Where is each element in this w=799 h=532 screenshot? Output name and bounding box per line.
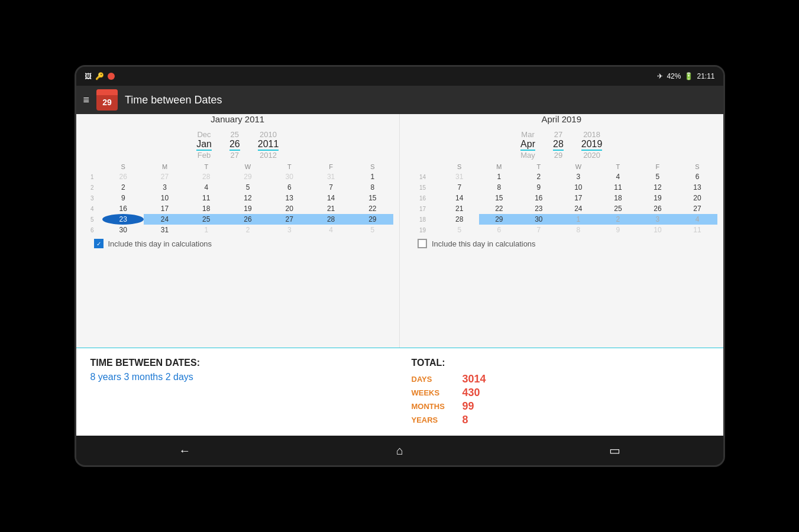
calendar-day[interactable]: 4	[186, 182, 227, 193]
calendar-day[interactable]: 5	[439, 225, 479, 235]
calendar-day[interactable]: 14	[439, 193, 479, 203]
calendar-day[interactable]: 21	[310, 203, 351, 214]
calendar-day[interactable]: 11	[186, 193, 227, 203]
calendar-day[interactable]: 27	[144, 171, 185, 182]
calendar-day[interactable]: 17	[144, 203, 185, 214]
calendar-day[interactable]: 1	[186, 225, 227, 235]
calendar-day[interactable]: 18	[598, 193, 638, 203]
calendar-day[interactable]: 19	[638, 193, 677, 203]
calendar-day[interactable]: 7	[439, 182, 479, 193]
calendar-day[interactable]: 24	[144, 214, 185, 225]
calendar-day[interactable]: 21	[439, 203, 479, 214]
calendar-day[interactable]: 3	[558, 171, 598, 182]
calendar-day[interactable]: 1	[352, 171, 393, 182]
calendar-day[interactable]: 28	[310, 214, 351, 225]
calendar-day[interactable]: 27	[269, 214, 310, 225]
left-checkbox-row[interactable]: ✓ Include this day in calculations	[82, 235, 394, 253]
calendar-day[interactable]: 8	[479, 182, 519, 193]
calendar-day[interactable]: 2	[519, 171, 558, 182]
calendar-day[interactable]: 31	[439, 171, 479, 182]
calendar-day[interactable]: 5	[638, 171, 677, 182]
calendar-day[interactable]: 14	[310, 193, 351, 203]
calendar-day[interactable]: 29	[352, 214, 393, 225]
calendar-day[interactable]: 17	[558, 193, 598, 203]
calendar-day[interactable]: 28	[439, 214, 479, 225]
right-year-spinner[interactable]: 2018 2019 2020	[581, 130, 603, 160]
calendar-day[interactable]: 25	[186, 214, 227, 225]
calendar-day[interactable]: 30	[102, 225, 144, 235]
right-date-selectors[interactable]: Mar Apr May 27 28 29 2018 2019 2020	[406, 128, 717, 162]
calendar-day[interactable]: 23	[519, 203, 558, 214]
calendar-day[interactable]: 7	[310, 182, 351, 193]
calendar-day[interactable]: 2	[227, 225, 269, 235]
calendar-day[interactable]: 11	[598, 182, 638, 193]
calendar-day[interactable]: 16	[519, 193, 558, 203]
calendar-day[interactable]: 6	[479, 225, 519, 235]
calendar-day[interactable]: 30	[519, 214, 558, 225]
right-checkbox-row[interactable]: Include this day in calculations	[406, 235, 717, 253]
calendar-day[interactable]: 31	[310, 171, 351, 182]
calendar-day[interactable]: 1	[558, 214, 598, 225]
calendar-day[interactable]: 27	[677, 203, 717, 214]
calendar-day[interactable]: 29	[227, 171, 269, 182]
right-day-spinner[interactable]: 27 28 29	[553, 130, 564, 160]
calendar-day[interactable]: 26	[227, 214, 269, 225]
calendar-day[interactable]: 15	[479, 193, 519, 203]
calendar-day[interactable]: 6	[677, 171, 717, 182]
calendar-day[interactable]: 4	[310, 225, 351, 235]
calendar-day[interactable]: 13	[677, 182, 717, 193]
recents-button[interactable]: ▭	[609, 443, 620, 458]
calendar-day[interactable]: 20	[269, 203, 310, 214]
calendar-day[interactable]: 28	[186, 171, 227, 182]
left-month-spinner[interactable]: Dec Jan Feb	[196, 130, 212, 160]
calendar-day[interactable]: 10	[638, 225, 677, 235]
calendar-day[interactable]: 4	[677, 214, 717, 225]
calendar-day[interactable]: 6	[269, 182, 310, 193]
calendar-day[interactable]: 5	[227, 182, 269, 193]
calendar-day[interactable]: 10	[144, 193, 185, 203]
calendar-day[interactable]: 4	[598, 171, 638, 182]
calendar-day[interactable]: 12	[227, 193, 269, 203]
calendar-day[interactable]: 8	[352, 182, 393, 193]
menu-icon[interactable]: ≡	[83, 94, 90, 106]
calendar-day[interactable]: 26	[638, 203, 677, 214]
calendar-day[interactable]: 3	[638, 214, 677, 225]
calendar-day[interactable]: 22	[352, 203, 393, 214]
calendar-day[interactable]: 12	[638, 182, 677, 193]
calendar-day[interactable]: 25	[598, 203, 638, 214]
calendar-day[interactable]: 19	[227, 203, 269, 214]
calendar-day[interactable]: 18	[186, 203, 227, 214]
calendar-day[interactable]: 1	[479, 171, 519, 182]
home-button[interactable]: ⌂	[396, 444, 403, 458]
calendar-day[interactable]: 31	[144, 225, 185, 235]
right-month-spinner[interactable]: Mar Apr May	[520, 130, 535, 160]
calendar-day[interactable]: 3	[144, 182, 185, 193]
right-include-checkbox[interactable]	[418, 239, 427, 248]
calendar-day[interactable]: 30	[269, 171, 310, 182]
left-date-selectors[interactable]: Dec Jan Feb 25 26 27 2010 2011 2012	[82, 128, 394, 162]
calendar-day[interactable]: 10	[558, 182, 598, 193]
calendar-day[interactable]: 15	[352, 193, 393, 203]
calendar-day[interactable]: 8	[558, 225, 598, 235]
calendar-day[interactable]: 5	[352, 225, 393, 235]
calendar-day[interactable]: 11	[677, 225, 717, 235]
calendar-day[interactable]: 29	[479, 214, 519, 225]
calendar-day[interactable]: 13	[269, 193, 310, 203]
calendar-day[interactable]: 24	[558, 203, 598, 214]
calendar-day[interactable]: 16	[102, 203, 144, 214]
calendar-day[interactable]: 2	[598, 214, 638, 225]
calendar-day[interactable]: 23	[102, 214, 144, 225]
calendar-day[interactable]: 22	[479, 203, 519, 214]
calendar-day[interactable]: 2	[102, 182, 144, 193]
left-include-checkbox[interactable]: ✓	[94, 239, 103, 248]
calendar-day[interactable]: 9	[102, 193, 144, 203]
left-year-spinner[interactable]: 2010 2011 2012	[258, 130, 279, 160]
calendar-day[interactable]: 9	[598, 225, 638, 235]
back-button[interactable]: ←	[179, 444, 190, 458]
calendar-day[interactable]: 3	[269, 225, 310, 235]
calendar-day[interactable]: 20	[677, 193, 717, 203]
calendar-day[interactable]: 7	[519, 225, 558, 235]
left-day-spinner[interactable]: 25 26 27	[229, 130, 240, 160]
calendar-day[interactable]: 9	[519, 182, 558, 193]
calendar-day[interactable]: 26	[102, 171, 144, 182]
